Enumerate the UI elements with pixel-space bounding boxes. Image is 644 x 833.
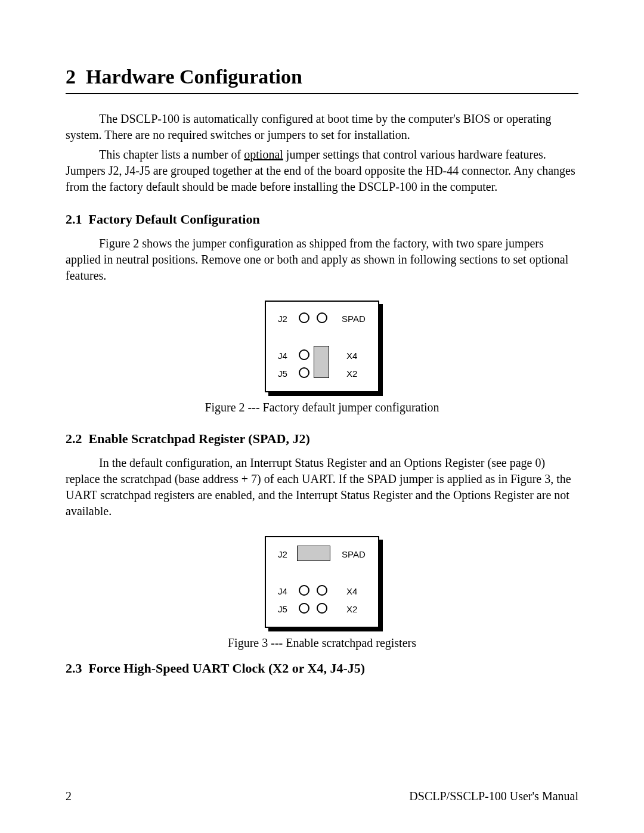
- figure-3-caption: Figure 3 --- Enable scratchpad registers: [66, 636, 578, 650]
- label-j2-f3: J2: [278, 549, 287, 559]
- sec21-para: Figure 2 shows the jumper configuration …: [66, 236, 578, 284]
- label-j2: J2: [278, 314, 287, 324]
- section-2-2-heading: 2.2 Enable Scratchpad Register (SPAD, J2…: [66, 431, 578, 447]
- label-j5-f3: J5: [278, 604, 287, 614]
- pin-j2-1: [299, 312, 309, 323]
- jumper-diagram-fig3: J2 SPAD J4 X4 J5 X2: [265, 536, 379, 628]
- label-x4: X4: [346, 351, 357, 361]
- label-spad: SPAD: [342, 314, 366, 324]
- jumper-diagram-fig2: J2 SPAD J4 X4 J5 X2: [265, 301, 379, 392]
- chapter-number: 2: [66, 66, 76, 88]
- section-2-3-heading: 2.3 Force High-Speed UART Clock (X2 or X…: [66, 661, 578, 676]
- page-footer: 2 DSCLP/SSCLP-100 User's Manual: [66, 789, 578, 803]
- pin-j5-2-f3: [317, 603, 327, 614]
- manual-page: 2 Hardware Configuration The DSCLP-100 i…: [0, 0, 644, 833]
- label-j4: J4: [278, 351, 287, 361]
- intro-para-1: The DSCLP-100 is automatically configure…: [66, 111, 578, 143]
- label-j5: J5: [278, 368, 287, 379]
- figure-3: J2 SPAD J4 X4 J5 X2 Figure 3 --- Enable …: [66, 536, 578, 650]
- pin-j4-2-f3: [317, 585, 327, 596]
- intro-para-2a: This chapter lists a number of: [99, 148, 244, 161]
- pin-j4-1-f3: [299, 585, 309, 596]
- pin-j5-1-f3: [299, 603, 309, 614]
- pin-j2-2: [317, 312, 327, 323]
- diagram-box-3: J2 SPAD J4 X4 J5 X2: [265, 536, 379, 628]
- chapter-heading: 2 Hardware Configuration: [66, 66, 578, 88]
- label-j4-f3: J4: [278, 586, 287, 596]
- sec21-num: 2.1: [66, 212, 82, 227]
- sec22-title: Enable Scratchpad Register (SPAD, J2): [89, 431, 310, 446]
- heading-rule: [66, 93, 578, 94]
- sec21-title: Factory Default Configuration: [89, 212, 260, 227]
- label-x2-f3: X2: [346, 604, 357, 614]
- sec22-num: 2.2: [66, 431, 82, 446]
- sec22-para: In the default configuration, an Interru…: [66, 455, 578, 519]
- label-x2: X2: [346, 368, 357, 379]
- intro-para-2: This chapter lists a number of optional …: [66, 147, 578, 195]
- spare-shunt: [314, 346, 329, 378]
- pin-j4-1: [299, 349, 309, 360]
- label-spad-f3: SPAD: [342, 549, 366, 559]
- section-2-1-heading: 2.1 Factory Default Configuration: [66, 212, 578, 227]
- optional-word: optional: [244, 148, 283, 161]
- sec23-title: Force High-Speed UART Clock (X2 or X4, J…: [89, 661, 366, 676]
- sec23-num: 2.3: [66, 661, 82, 676]
- pin-j5-1: [299, 367, 309, 378]
- diagram-box: J2 SPAD J4 X4 J5 X2: [265, 301, 379, 392]
- spad-shunt: [297, 546, 330, 561]
- chapter-title: Hardware Configuration: [86, 66, 302, 88]
- figure-2-caption: Figure 2 --- Factory default jumper conf…: [66, 401, 578, 414]
- figure-2: J2 SPAD J4 X4 J5 X2 Figure 2 --- Factory…: [66, 301, 578, 414]
- manual-title: DSCLP/SSCLP-100 User's Manual: [409, 789, 578, 803]
- page-number: 2: [66, 789, 72, 803]
- label-x4-f3: X4: [346, 586, 357, 596]
